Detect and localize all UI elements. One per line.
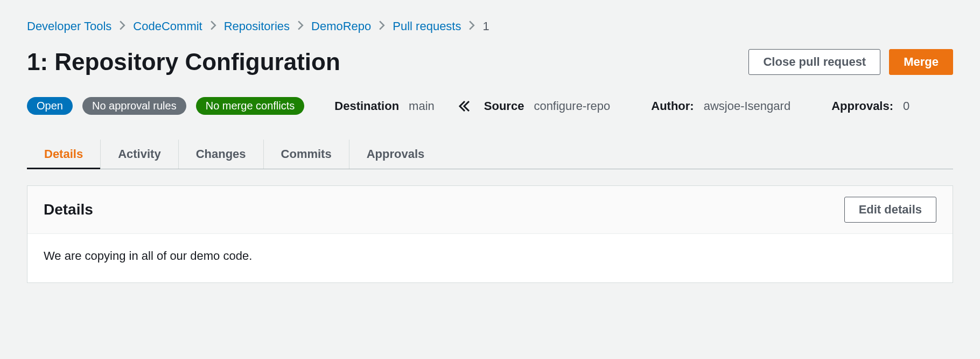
- author-label: Author:: [651, 99, 694, 113]
- page-header: 1: Repository Configuration Close pull r…: [27, 49, 953, 75]
- chevron-right-icon: [119, 20, 125, 33]
- details-panel-title: Details: [44, 201, 93, 218]
- breadcrumb-codecommit[interactable]: CodeCommit: [133, 19, 202, 33]
- breadcrumb-pull-requests[interactable]: Pull requests: [393, 19, 461, 33]
- breadcrumb-demorepo[interactable]: DemoRepo: [311, 19, 371, 33]
- approvals-label: Approvals:: [831, 99, 893, 113]
- chevron-right-icon: [379, 20, 385, 33]
- status-badge-open: Open: [27, 97, 73, 115]
- details-description: We are copying in all of our demo code.: [27, 234, 953, 282]
- chevron-right-icon: [468, 20, 475, 33]
- source-value: configure-repo: [534, 99, 610, 113]
- chevron-right-icon: [210, 20, 216, 33]
- destination-label: Destination: [334, 99, 399, 113]
- source-label: Source: [484, 99, 524, 113]
- details-panel-header: Details Edit details: [27, 186, 953, 234]
- tabs: Details Activity Changes Commits Approva…: [27, 140, 953, 169]
- status-row: Open No approval rules No merge conflict…: [27, 97, 953, 115]
- tab-approvals[interactable]: Approvals: [349, 140, 442, 169]
- merge-button[interactable]: Merge: [889, 49, 953, 75]
- edit-details-button[interactable]: Edit details: [844, 197, 936, 223]
- author-value: awsjoe-Isengard: [704, 99, 790, 113]
- breadcrumb-current: 1: [482, 19, 489, 33]
- chevron-right-icon: [297, 20, 304, 33]
- page-title: 1: Repository Configuration: [27, 49, 340, 75]
- merge-direction-icon: [458, 100, 471, 112]
- details-panel: Details Edit details We are copying in a…: [27, 185, 953, 283]
- breadcrumb: Developer Tools CodeCommit Repositories …: [27, 19, 953, 33]
- breadcrumb-developer-tools[interactable]: Developer Tools: [27, 19, 111, 33]
- tab-details[interactable]: Details: [27, 140, 101, 169]
- breadcrumb-repositories[interactable]: Repositories: [224, 19, 290, 33]
- tab-activity[interactable]: Activity: [101, 140, 178, 169]
- status-badge-merge-conflicts: No merge conflicts: [196, 97, 305, 115]
- close-pull-request-button[interactable]: Close pull request: [748, 49, 880, 75]
- tab-commits[interactable]: Commits: [264, 140, 349, 169]
- destination-value: main: [409, 99, 435, 113]
- approvals-value: 0: [903, 99, 909, 113]
- header-actions: Close pull request Merge: [748, 49, 953, 75]
- status-badge-approval-rules: No approval rules: [82, 97, 186, 115]
- tab-changes[interactable]: Changes: [179, 140, 264, 169]
